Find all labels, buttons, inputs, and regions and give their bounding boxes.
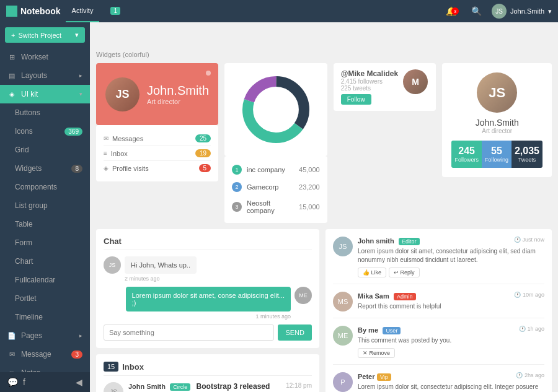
user-menu[interactable]: JS John.Smith ▾ (492, 4, 552, 19)
sidebar-item-widgets[interactable]: Widgets 8 (0, 159, 90, 178)
tab-activity[interactable]: Activity (66, 0, 100, 22)
company-val-2: 15,000 (299, 203, 320, 211)
sidebar-item-components[interactable]: Components (0, 178, 90, 196)
sidebar-item-form-label: Form (15, 238, 32, 247)
chat-bubble-0: Hi John, Whats up.. (125, 256, 197, 274)
tab-2[interactable]: 1 (104, 0, 126, 22)
sidebar-item-buttons[interactable]: Buttons (0, 103, 90, 122)
sidebar-item-fullcalendar[interactable]: Fullcalendar (0, 271, 90, 289)
comment-time-1: 🕐 10m ago (514, 292, 544, 298)
sidebar-item-grid[interactable]: Grid (0, 141, 90, 159)
comment-badge-3: Vip (377, 373, 391, 381)
donut-chart (239, 72, 313, 147)
tab-activity-label: Activity (72, 7, 94, 14)
remove-button[interactable]: ✕ Remove (358, 348, 395, 358)
comment-header-3: Peter Vip 🕐 2hs ago (358, 372, 544, 381)
comment-text-1: Report this comment is helpful (358, 302, 544, 311)
chat-avatar-1: ME (294, 287, 312, 304)
pstat-following: 55 Following (482, 141, 512, 168)
comment-user-3: Peter (358, 373, 375, 380)
followers-label: Followers (454, 157, 479, 163)
user-chevron-icon: ▾ (548, 7, 552, 15)
switch-project-button[interactable]: + Switch Project ▾ (5, 27, 85, 43)
visits-count: 5 (199, 164, 211, 172)
sidebar-item-portlet-label: Portlet (15, 294, 37, 303)
comment-header-0: John smith Editor 🕐 Just now (358, 237, 544, 245)
follow-button[interactable]: Follow (341, 94, 371, 105)
chat-input[interactable] (104, 324, 274, 341)
twitter-content: @Mike Mcalidek 2,415 followers 225 tweet… (341, 69, 398, 105)
comment-badge-2: User (383, 327, 401, 334)
inbox-from-row: John Smith Circle Bootstrap 3 released (128, 382, 281, 391)
company-name-1: Gamecorp (247, 183, 294, 191)
comment-user-1: Mika Sam (358, 292, 389, 300)
comment-header-1: Mika Sam Admin 🕐 10m ago (358, 292, 544, 300)
company-item-0: 1 inc company 45,000 (224, 161, 327, 178)
chat-input-row: SEND (104, 324, 312, 341)
sidebar-item-workset[interactable]: ⊞ Workset (0, 48, 90, 66)
messages-icon: ✉ (104, 135, 108, 142)
row-1: JS John.Smith Art director ✉ Messages 25 (96, 63, 552, 223)
sidebar-item-pages[interactable]: 📄 Pages ▸ (0, 326, 90, 345)
sidebar-item-workset-label: Workset (21, 53, 48, 61)
reply-button[interactable]: ↩ Reply (389, 268, 420, 277)
chat-avatar-0: JS (104, 256, 121, 274)
twitter-followers: 2,415 followers (341, 78, 398, 85)
sidebar-item-timeline-label: Timeline (15, 313, 43, 321)
chat-icon[interactable]: 💬 (7, 377, 18, 387)
sidebar-item-chart[interactable]: Chart (0, 252, 90, 271)
profile-avatar: JS (105, 77, 140, 111)
sidebar-item-portlet[interactable]: Portlet (0, 289, 90, 308)
tweets-count: 2,035 (515, 146, 539, 157)
facebook-icon[interactable]: f (23, 377, 25, 387)
comment-actions-2: ✕ Remove (358, 348, 544, 358)
sidebar-item-buttons-label: Buttons (15, 108, 40, 117)
sidebar-item-chart-label: Chart (15, 257, 33, 266)
comment-time-3: 🕐 2hs ago (516, 372, 544, 378)
comment-avatar-1: MS (333, 292, 353, 311)
notifications-icon[interactable]: 🔔 3 (441, 6, 461, 16)
sidebar-item-layouts[interactable]: ▤ Layouts ▸ (0, 66, 90, 85)
message-icon: ✉ (7, 351, 16, 359)
inbox-time: 12:18 pm (286, 382, 312, 389)
like-button[interactable]: 👍 Like (358, 268, 386, 277)
comment-user-2: By me (358, 326, 378, 334)
app-logo: Notebook (6, 6, 61, 17)
sidebar-item-icons[interactable]: Icons 369 (0, 122, 90, 141)
sidebar-item-message[interactable]: ✉ Message 3 (0, 345, 90, 364)
sidebar-item-timeline[interactable]: Timeline (0, 308, 90, 326)
app-name: Notebook (20, 6, 61, 16)
inbox-icon: ≡ (104, 150, 107, 157)
uikit-chevron-icon: ▾ (79, 91, 82, 97)
chat-card: Chat JS Hi John, Whats up.. 2 minutes ag… (96, 229, 319, 348)
sidebar-collapse-icon[interactable]: ◀ (76, 377, 82, 387)
pages-icon: 📄 (7, 332, 16, 340)
stat-messages: ✉ Messages 25 (104, 131, 211, 146)
sidebar-item-uikit-label: UI kit (21, 90, 38, 98)
twitter-card: @Mike Mcalidek 2,415 followers 225 tweet… (334, 63, 436, 111)
sidebar-item-table[interactable]: Table (0, 215, 90, 233)
inbox-title: Inbox (122, 362, 144, 372)
search-icon[interactable]: 🔍 (466, 6, 487, 16)
svg-point-2 (247, 82, 304, 138)
company-list: 1 inc company 45,000 2 Gamecorp 23,200 3… (224, 156, 327, 223)
sidebar-item-form[interactable]: Form (0, 233, 90, 252)
comments-card: JS John smith Editor 🕐 Just now Lorem ip… (326, 229, 552, 392)
main-content: Widgets (colorful) JS John.Smith Art dir… (90, 45, 558, 392)
inbox-count: 19 (195, 149, 211, 157)
user-avatar: JS (492, 4, 507, 19)
sidebar-item-layouts-label: Layouts (21, 71, 47, 80)
sidebar-item-ui-kit[interactable]: ◈ UI kit ▾ (0, 85, 90, 103)
chat-col: Chat JS Hi John, Whats up.. 2 minutes ag… (96, 229, 319, 392)
messages-count: 25 (195, 134, 211, 142)
chart-card (224, 63, 327, 156)
profile-info: John.Smith Art director (147, 84, 209, 105)
chat-send-button[interactable]: SEND (278, 324, 312, 341)
workset-icon: ⊞ (7, 53, 16, 61)
profile-right-name: John.Smith (451, 118, 542, 128)
stat-inbox: ≡ Inbox 19 (104, 146, 211, 161)
sidebar-item-list-group[interactable]: List group (0, 196, 90, 215)
twitter-col: @Mike Mcalidek 2,415 followers 225 tweet… (334, 63, 436, 223)
comment-header-2: By me User 🕐 1h ago (358, 326, 544, 334)
comment-text-3: Lorem ipsum dolor sit, consectetur adipi… (358, 383, 544, 392)
